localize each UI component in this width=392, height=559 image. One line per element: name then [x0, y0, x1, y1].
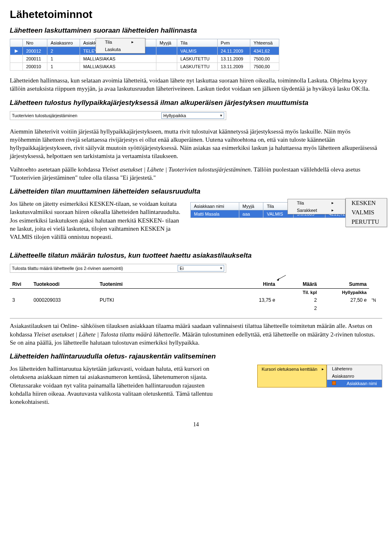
menu-label: Laskuta — [105, 47, 121, 52]
cell: VALMIS — [177, 47, 217, 55]
table-row[interactable]: 200010 1 MALLIASIAKAS LASKUTETTU 13.11.2… — [10, 63, 279, 71]
page-number: 14 — [10, 421, 382, 428]
col-hinta: Hinta — [240, 280, 278, 289]
cell: 7500,00 — [250, 55, 279, 63]
heading-tilatun-maaran-tulostus: Lähetteelle tilatun määrän tulostus, kun… — [10, 252, 382, 260]
heading-tilan-muuttaminen: Lähetteiden tilan muuttaminen lähetteide… — [10, 187, 382, 196]
invoice-line-preview: Rivi Tuotekoodi Tuotenimi Hinta Määrä Su… — [10, 280, 382, 312]
invoice-row-2: 2 — [10, 304, 382, 312]
col-summa: Summa — [319, 280, 369, 289]
setting-label: Tulosta tilattu määrä lähetteelle (jos 2… — [12, 266, 175, 271]
paragraph: Aiemmin läheterivit voitiin järjestää hy… — [10, 127, 382, 160]
col-rivi: Rivi — [10, 280, 31, 289]
cell: 200011 — [23, 55, 47, 63]
sub-tilkpl: Til. kpl — [278, 289, 319, 296]
heading-tulostus-hyllypaikka: Lähetteen tulostus hyllypaikkajärjestyks… — [10, 99, 382, 107]
cell — [156, 63, 177, 71]
chevron-right-icon: ▸ — [131, 40, 134, 45]
cell: 1 — [47, 55, 80, 63]
row-indicator-icon: ▶ — [10, 47, 23, 55]
cell: LASKUTETTU — [177, 63, 217, 71]
invoice-row: 3 0000209033 PUTKI 13,75 e 2 27,50 e "N — [10, 296, 382, 304]
option-asiakasnro[interactable]: Asiakasnro — [327, 372, 382, 380]
paragraph: Jos lähete on jätetty esimerkiksi KESKEN… — [10, 200, 185, 241]
col-asiakkaan-nimi[interactable]: Asiakkaan nimi — [191, 203, 239, 210]
menu-item-tila[interactable]: Tila ▸ — [288, 199, 345, 207]
menu-item-sarakkeet[interactable]: Sarakkeet ▸ — [288, 207, 345, 214]
trail: "N — [369, 296, 382, 304]
submenu-tila[interactable]: KESKEN VALMIS PERUTTU — [345, 198, 387, 227]
col-yhteensa[interactable]: Yhteensä — [250, 39, 279, 47]
cell: MALLIASIAKAS — [80, 63, 156, 71]
paragraph: Lähetteiden hallinnassa, kun selataan av… — [10, 76, 382, 93]
col-myyja[interactable]: Myyjä — [239, 203, 263, 210]
default-field-menu: Kursori oletuksena kenttään Lähetenro As… — [257, 365, 382, 388]
col-tuotekoodi: Tuotekoodi — [31, 280, 97, 289]
context-menu[interactable]: Tila ▸ Sarakkeet ▸ — [287, 199, 345, 214]
menu-path: Yleiset asetukset | Lähete | Tulosta til… — [34, 331, 179, 338]
paragraph: Asiakastilauksen tai Online- sähköisen t… — [10, 322, 382, 347]
cell: 1 — [47, 63, 80, 71]
cell: 2 — [47, 47, 80, 55]
menu-item-laskuta[interactable]: Laskuta — [96, 46, 145, 53]
cell: 7500,00 — [250, 63, 279, 71]
col-myyja[interactable]: Myyjä — [156, 39, 177, 47]
cell: Matti Masala — [191, 210, 239, 218]
setting-label: Tuoterivien tulostusjärjestäminen — [12, 113, 159, 118]
col-indicator — [10, 39, 23, 47]
table2-wrap: Asiakkaan nimi Myyjä Tila Pvm Yhteensä T… — [190, 200, 382, 224]
option-lahetenro[interactable]: Lähetenro — [327, 365, 382, 372]
chevron-right-icon: ▸ — [332, 208, 334, 213]
cell: 24.11.2009 — [217, 47, 250, 55]
table-row[interactable]: 200011 1 MALLIASIAKAS LASKUTETTU 13.11.2… — [10, 55, 279, 63]
col-nro[interactable]: Nro — [23, 39, 47, 47]
menu-path: Yleiset asetukset | Lähete | Tuoterivien… — [102, 166, 251, 173]
context-menu[interactable]: Tila ▸ Laskuta — [96, 38, 145, 53]
col-tila[interactable]: Tila — [177, 39, 217, 47]
menu-item-kesken[interactable]: KESKEN — [346, 198, 387, 208]
heading-laskuttaminen: Lähetteen laskuttaminen suoraan lähettei… — [10, 27, 382, 35]
cell — [156, 55, 177, 63]
select-tulostusjarjestys[interactable]: Hyllypaikka — [161, 112, 224, 119]
cell: aaa — [239, 210, 263, 218]
menu-item-tila[interactable]: Tila ▸ — [96, 38, 145, 46]
cell: 13.11.2009 — [217, 63, 250, 71]
page-title: Lähetetoiminnot — [10, 8, 382, 21]
col-tuotenimi: Tuotenimi — [97, 280, 240, 289]
cell: 200012 — [23, 47, 47, 55]
chevron-right-icon: ▸ — [332, 200, 334, 205]
col-asiakasnro[interactable]: Asiakasnro — [47, 39, 80, 47]
menu-label: Kursori oletuksena kenttään — [262, 367, 317, 372]
menu-item-peruttu[interactable]: PERUTTU — [346, 217, 387, 227]
svg-marker-1 — [277, 278, 279, 281]
heading-oletus-rajauskentta: Lähetteiden hallintaruudulla oletus- raj… — [10, 352, 382, 361]
paragraph: Vaihtoehto asetetaan päälle kohdassa Yle… — [10, 165, 382, 182]
cell: MALLIASIAKAS — [80, 55, 156, 63]
submenu-oletuskentta[interactable]: Lähetenro Asiakasnro Asiakkaan nimi — [327, 365, 382, 388]
setting-tulosta-tilattu-maara: Tulosta tilattu määrä lähetteelle (jos 2… — [10, 264, 226, 273]
cell: 13.11.2009 — [217, 55, 250, 63]
cell: 4341,62 — [250, 47, 279, 55]
menu-label: Sarakkeet — [297, 208, 317, 213]
cell: LASKUTETTU — [177, 55, 217, 63]
menu-label: Tila — [297, 200, 304, 205]
menu-item-kursori-oletus[interactable]: Kursori oletuksena kenttään — [257, 365, 327, 388]
menu-label: Tila — [105, 40, 112, 45]
col-pvm[interactable]: Pvm — [217, 39, 250, 47]
menu-item-valmis[interactable]: VALMIS — [346, 208, 387, 217]
setting-tuoterivien-jarjestys: Tuoterivien tulostusjärjestäminen Hyllyp… — [10, 111, 226, 120]
sub-hyllypaikka: Hyllypaikka — [319, 289, 369, 296]
paragraph: Jos lähetteiden hallintaruutua käytetään… — [10, 365, 222, 406]
cell: 200010 — [23, 63, 47, 71]
col-maara: Määrä — [278, 280, 319, 289]
arrow-icon — [274, 274, 287, 282]
cell — [156, 47, 177, 55]
select-tulosta-tilattu[interactable]: Ei — [178, 265, 224, 272]
table1-wrap: Nro Asiakasnro Asiakkaan nimi Myyjä Tila… — [10, 39, 382, 71]
divider — [10, 318, 382, 318]
option-asiakkaan-nimi[interactable]: Asiakkaan nimi — [327, 380, 382, 387]
